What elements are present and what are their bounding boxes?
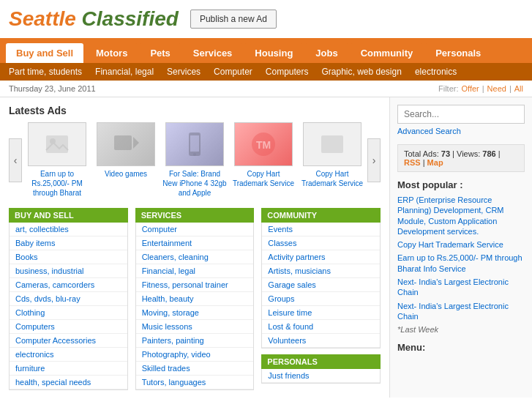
filter-all[interactable]: All	[514, 84, 523, 93]
most-popular-section: Most popular : ERP (Enterprise Resource …	[397, 179, 525, 335]
personals-header: PERSONALS	[261, 354, 381, 369]
ad-item[interactable]: For Sale: Brand New iPhone 4 32gb and Ap…	[162, 122, 227, 198]
subnav-computers[interactable]: Computers	[266, 67, 309, 77]
tab-pets[interactable]: Pets	[140, 43, 180, 63]
list-item[interactable]: Skilled trades	[136, 362, 254, 376]
list-item[interactable]: Photography, video	[136, 348, 254, 362]
list-item[interactable]: Leisure time	[262, 306, 380, 320]
main: Latests Ads ‹ Earn up to Rs.25,000/- PM …	[0, 97, 532, 398]
ad-thumbnail	[28, 122, 86, 166]
list-item[interactable]: Painters, painting	[136, 334, 254, 348]
nav-tabs: Buy and Sell Motors Pets Services Housin…	[0, 40, 532, 63]
ad-item[interactable]: TM Copy Hart Trademark Service	[231, 122, 296, 198]
subnav-parttime[interactable]: Part time, students	[9, 67, 82, 77]
list-item[interactable]: Baby items	[10, 236, 127, 250]
community-personals-col: COMMUNITY Events Classes Activity partne…	[261, 208, 381, 390]
menu-section: Menu:	[397, 342, 525, 353]
tab-housing[interactable]: Housing	[244, 43, 303, 63]
subnav-services[interactable]: Services	[167, 67, 201, 77]
subnav-financial[interactable]: Financial, legal	[95, 67, 154, 77]
popular-item[interactable]: Copy Hart Trademark Service	[397, 239, 525, 250]
list-item[interactable]: Groups	[262, 292, 380, 306]
list-item[interactable]: business, industrial	[10, 264, 127, 278]
ad-item[interactable]: Video games	[94, 122, 158, 198]
list-item[interactable]: Entertainment	[136, 236, 254, 250]
ad-item[interactable]: Earn up to Rs.25,000/- PM through Bharat	[25, 122, 89, 198]
list-item[interactable]: Classes	[262, 236, 380, 250]
list-item[interactable]: Garage sales	[262, 278, 380, 292]
stats-map-link[interactable]: Map	[427, 158, 443, 167]
community-header: COMMUNITY	[261, 208, 381, 223]
list-item[interactable]: Financial, legal	[136, 264, 254, 278]
list-item[interactable]: Cds, dvds, blu-ray	[10, 292, 127, 306]
stats-rss-link[interactable]: RSS	[404, 158, 421, 167]
tab-personals[interactable]: Personals	[425, 43, 491, 63]
most-popular-heading: Most popular :	[397, 179, 525, 190]
tab-community[interactable]: Community	[351, 43, 424, 63]
filter-offer[interactable]: Offer	[461, 84, 479, 93]
buy-and-sell-section: BUY AND SELL art, collectibles Baby item…	[9, 208, 128, 390]
ad-image-icon	[42, 130, 72, 159]
publish-button[interactable]: Publish a new Ad	[190, 10, 277, 29]
site-title: Seattle Classified	[9, 7, 179, 31]
ad-title: Copy Hart Trademark Service	[300, 169, 364, 188]
popular-item[interactable]: Next- India's Largest Electronic Chain	[397, 301, 525, 322]
list-item[interactable]: health, special needs	[10, 376, 127, 389]
list-item[interactable]: Clothing	[10, 306, 127, 320]
subnav-electronics[interactable]: electronics	[415, 67, 457, 77]
popular-item[interactable]: ERP (Enterprise Resource Planning) Devel…	[397, 195, 525, 236]
list-item[interactable]: Cleaners, cleaning	[136, 250, 254, 264]
list-item[interactable]: Computer	[136, 223, 254, 236]
list-item[interactable]: Just friends	[262, 369, 380, 383]
list-item[interactable]: Lost & found	[262, 320, 380, 334]
tab-motors[interactable]: Motors	[86, 43, 138, 63]
stats-views: 786	[482, 149, 495, 158]
tab-jobs[interactable]: Jobs	[305, 43, 348, 63]
list-item[interactable]: Health, beauty	[136, 292, 254, 306]
filter-need[interactable]: Need	[487, 84, 506, 93]
buy-and-sell-list: art, collectibles Baby items Books busin…	[9, 223, 128, 390]
list-item[interactable]: Fitness, personal trainer	[136, 278, 254, 292]
popular-item[interactable]: Next- India's Largest Electronic Chain	[397, 277, 525, 298]
list-item[interactable]: Tutors, languages	[136, 376, 254, 389]
ad-title: For Sale: Brand New iPhone 4 32gb and Ap…	[162, 169, 227, 198]
tab-buy-and-sell[interactable]: Buy and Sell	[6, 43, 83, 63]
list-item[interactable]: Artists, musicians	[262, 264, 380, 278]
carousel-prev[interactable]: ‹	[9, 138, 22, 182]
date-bar: Thursday 23, June 2011 Filter: Offer | N…	[0, 81, 532, 97]
ad-title: Earn up to Rs.25,000/- PM through Bharat	[25, 169, 89, 198]
list-item[interactable]: Music lessons	[136, 320, 254, 334]
popular-item[interactable]: Earn up to Rs.25,000/- PM through Bharat…	[397, 253, 525, 274]
latest-ads-heading: Latests Ads	[9, 105, 381, 116]
svg-marker-3	[133, 137, 139, 149]
list-item[interactable]: Moving, storage	[136, 306, 254, 320]
phone-icon	[180, 130, 209, 159]
list-item[interactable]: Computer Accessories	[10, 334, 127, 348]
list-item[interactable]: furniture	[10, 362, 127, 376]
subnav-computer[interactable]: Computer	[214, 67, 252, 77]
ad-thumbnail	[165, 122, 224, 166]
list-item[interactable]: art, collectibles	[10, 223, 127, 236]
svg-rect-2	[114, 135, 132, 150]
list-item[interactable]: Events	[262, 223, 380, 236]
list-item[interactable]: Computers	[10, 320, 127, 334]
svg-rect-0	[46, 135, 68, 153]
buy-and-sell-header: BUY AND SELL	[9, 208, 128, 223]
svg-text:TM: TM	[256, 139, 271, 151]
list-item[interactable]: Volunteers	[262, 334, 380, 348]
list-item[interactable]: Activity partners	[262, 250, 380, 264]
advanced-search-link[interactable]: Advanced Search	[397, 127, 525, 135]
list-item[interactable]: Cameras, camcorders	[10, 278, 127, 292]
tab-services[interactable]: Services	[183, 43, 243, 63]
search-input[interactable]	[397, 105, 525, 124]
subnav-graphic[interactable]: Graphic, web design	[321, 67, 401, 77]
list-item[interactable]: Books	[10, 250, 127, 264]
title-seattle: Seattle	[9, 7, 82, 30]
list-item[interactable]: electronics	[10, 348, 127, 362]
carousel-next[interactable]: ›	[367, 138, 381, 182]
stats-views-label: Views:	[457, 149, 480, 158]
ad-item[interactable]: Copy Hart Trademark Service	[300, 122, 364, 198]
latest-ads-section: Latests Ads ‹ Earn up to Rs.25,000/- PM …	[9, 105, 381, 198]
ads-carousel: ‹ Earn up to Rs.25,000/- PM through Bhar…	[9, 122, 381, 198]
title-classified: Classified	[82, 7, 179, 30]
